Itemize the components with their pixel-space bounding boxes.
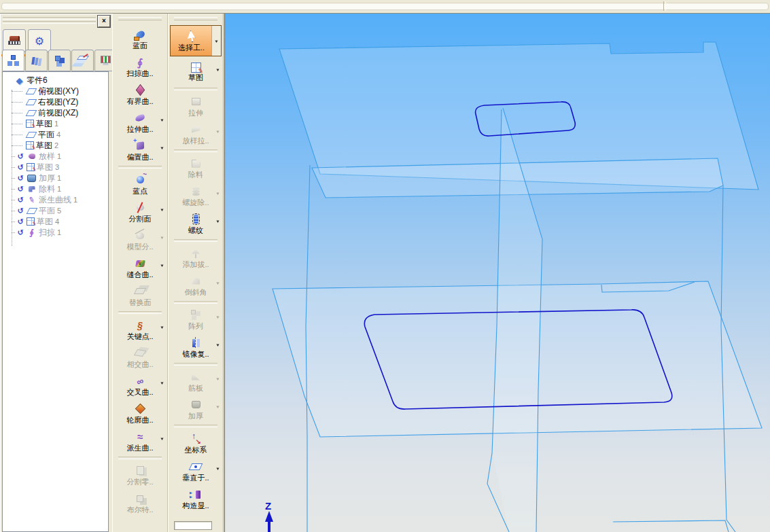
dropdown-arrow-icon[interactable]: ▼ [215,405,220,409]
offset-surface-icon [133,140,147,152]
toolbar-item-extrude-surface[interactable]: 拉伸曲.. ▼ [115,109,165,136]
tree-root-part[interactable]: 零件6 [3,75,108,86]
dropdown-arrow-icon[interactable]: ▼ [160,236,164,240]
toolbar-item-bounded-surface[interactable]: 有界曲.. [115,81,165,108]
dropdown-arrow-icon[interactable]: ▼ [215,68,220,72]
toolbar-item-cross-curve[interactable]: 交叉曲.. ▼ [115,372,165,399]
tree-item-sweep[interactable]: 扫掠 1 [3,227,108,238]
part-icon [14,75,24,85]
tree-item-plane[interactable]: 右视图(YZ) [3,96,108,107]
3d-viewport[interactable]: Z [224,14,770,532]
surfacing-toolbar: 蓝面 扫掠曲.. 有界曲.. 拉伸曲.. ▼ 偏置曲.. ▼ [112,14,168,532]
rollback-arrow-icon [16,152,24,161]
toolbar-overflow-scrollbar[interactable] [174,521,212,530]
dropdown-arrow-icon[interactable]: ▼ [160,208,164,212]
panel-tab-blocks[interactable] [48,50,71,71]
toolbar-item-coordinate-system[interactable]: 坐标系 [171,429,221,457]
toolbar-item-construction-display[interactable]: 构造显.. [171,485,221,512]
toolbar-item-blue-point[interactable]: 蓝点 [115,171,165,198]
dropdown-arrow-icon[interactable]: ▼ [215,219,220,224]
toolbar-item-boolean-feature: 布尔特.. [115,489,165,516]
panel-mode-button-camera[interactable] [3,29,26,52]
dropdown-arrow-icon[interactable]: ▼ [160,118,164,122]
dropdown-arrow-icon[interactable]: ▼ [215,343,220,347]
tree-item-sketch[interactable]: 草图 1 [3,118,108,129]
panel-close-button[interactable]: × [98,16,110,27]
dropdown-arrow-icon[interactable]: ▼ [215,130,220,134]
tree-item-sketch[interactable]: 草图 2 [3,140,108,151]
tree-item-derived-curve[interactable]: 派生曲线 1 [3,194,108,205]
dropdown-arrow-icon[interactable]: ▼ [160,146,164,150]
cross-curve-icon [133,375,147,387]
render-icon [99,54,113,67]
dropdown-segment[interactable] [211,26,221,56]
dropdown-arrow-icon[interactable]: ▼ [215,281,220,285]
dropdown-arrow-icon[interactable]: ▼ [215,192,220,196]
tree-item-loft[interactable]: 放样 1 [3,151,108,162]
toolbar-gripper[interactable] [118,17,162,20]
toolbar-item-sketch[interactable]: 草图 ▼ [171,58,221,86]
toolbar-item-split-face[interactable]: 分割面 ▼ [115,198,165,226]
blocks-icon [53,54,67,67]
dropdown-arrow-icon[interactable]: ▼ [215,467,220,471]
tree-item-plane[interactable]: 平面 5 [3,205,108,216]
rollback-arrow-icon [16,206,24,215]
replace-face-icon [133,285,147,298]
wireframe-scene: Z [225,14,770,532]
tree-item-sketch[interactable]: 草图 3 [3,162,108,173]
toolbar-gripper[interactable] [174,17,217,20]
toolbar-item-sweep-surface[interactable]: 扫掠曲.. [115,53,165,80]
panel-tab-tree-view[interactable] [2,50,24,71]
tree-item-plane[interactable]: 前视图(XZ) [3,107,108,118]
tree-item-cut[interactable]: 除料 1 [3,183,108,194]
rollback-arrow-icon [16,217,24,226]
feature-toolbar: 选择工.. 草图 ▼ 拉伸 放样拉.. ▼ [168,14,224,532]
toolbar-item-extrude: 拉伸 [171,92,221,120]
tree-item-plane[interactable]: 平面 4 [3,129,108,140]
toolbar-item-cutout: 除料 [171,154,221,181]
toolbar-item-contour-curve[interactable]: 轮廓曲.. [115,400,165,427]
toolbar-item-offset-surface[interactable]: 偏置曲.. ▼ [115,137,165,164]
panel-mode-buttons [3,29,51,52]
keypoint-curve-icon [133,319,147,332]
dropdown-arrow-icon[interactable]: ▼ [160,381,164,385]
bounded-surface-icon [133,84,147,96]
z-axis-shaft [268,522,270,532]
tree-item-plane[interactable]: 俯视图(XY) [3,86,108,96]
panel-tab-layers[interactable] [71,50,94,71]
toolbar-item-blue-face[interactable]: 蓝面 [115,25,165,52]
toolbar-item-derived-curve[interactable]: 派生曲.. ▼ [115,427,165,455]
dropdown-arrow-icon[interactable]: ▼ [160,437,164,441]
panel-mode-button-gear[interactable] [28,29,51,52]
panel-tabs [2,50,117,71]
toolbar-item-sew-surface[interactable]: 缝合曲.. ▼ [115,254,165,281]
toolbar-separator [174,149,217,152]
normal-to-icon [189,461,203,473]
dropdown-arrow-icon[interactable]: ▼ [215,377,220,381]
dropdown-arrow-icon[interactable]: ▼ [215,315,220,319]
toolbar-separator [174,301,217,304]
thicken-icon [27,173,37,183]
toolbar-item-keypoint-curve[interactable]: 关键点.. ▼ [115,316,165,343]
toolbar-item-select-cursor[interactable]: 选择工.. [170,25,222,56]
toolbar-item-thicken: 加厚 ▼ [171,395,221,423]
tree-item-sketch[interactable]: 草图 4 [3,216,108,227]
toolbar-item-normal-to[interactable]: 垂直于.. ▼ [171,457,221,484]
toolbar-dock-slot [1,3,769,10]
feature-tree-panel: × [0,14,113,532]
dropdown-arrow-icon[interactable]: ▼ [160,264,164,268]
z-axis-arrowhead [265,511,273,522]
toolbar-item-thread[interactable]: 螺纹 ▼ [171,210,221,237]
gear-icon [33,35,46,47]
rollback-arrow-icon [16,195,24,205]
panel-gripper[interactable] [3,17,96,25]
rollback-arrow-icon [16,184,24,194]
dropdown-arrow-icon[interactable]: ▼ [160,325,164,330]
plane-icon [26,108,36,118]
panel-tab-library[interactable] [25,50,48,71]
tree-item-thicken[interactable]: 加厚 1 [3,173,108,183]
loft-icon [27,152,37,161]
toolbar-item-mirror-copy[interactable]: 镜像复.. ▼ [171,334,221,361]
select-cursor-icon [185,31,198,43]
plane-icon [26,97,36,107]
